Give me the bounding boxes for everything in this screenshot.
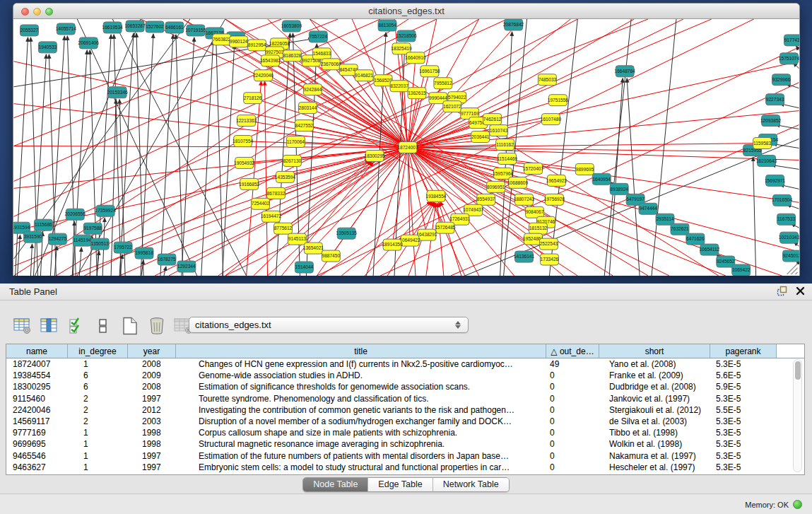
- table-row[interactable]: 1456911722003Disruption of a novel membe…: [6, 416, 804, 427]
- table-row[interactable]: 1830029562008Estimation of significance …: [6, 381, 804, 392]
- cell-year: 1997: [128, 394, 176, 404]
- table-row[interactable]: 2242004622012Investigating the contribut…: [6, 404, 804, 416]
- svg-text:8267130: 8267130: [283, 158, 302, 163]
- svg-text:9146821: 9146821: [355, 73, 373, 78]
- cell-in_degree: 2: [68, 405, 128, 415]
- close-panel-icon[interactable]: [796, 286, 805, 296]
- svg-text:16194472: 16194472: [261, 214, 282, 218]
- svg-text:5794022: 5794022: [448, 95, 466, 100]
- column-header-title[interactable]: title: [176, 344, 546, 358]
- cell-pagerank: 5.3E-5: [710, 428, 777, 438]
- svg-text:19166852: 19166852: [239, 182, 260, 187]
- svg-text:15751074: 15751074: [779, 56, 799, 61]
- network-graph[interactable]: 2055327194053314055714206914061661953410…: [13, 19, 799, 276]
- table-row[interactable]: 969969511998Structural magnetic resonanc…: [6, 438, 804, 450]
- new-table-button[interactable]: [120, 316, 140, 336]
- svg-text:9887450: 9887450: [322, 253, 340, 258]
- cell-in_degree: 1: [68, 439, 128, 449]
- svg-text:1795722: 1795722: [114, 245, 132, 250]
- svg-text:9927503: 9927503: [266, 49, 284, 54]
- svg-text:10654112: 10654112: [699, 247, 719, 252]
- table-row[interactable]: 1872400712008Changes of HCN gene express…: [6, 358, 804, 370]
- cell-out_degree: 49: [546, 359, 599, 369]
- svg-text:19384554: 19384554: [425, 194, 447, 199]
- svg-text:7955812: 7955812: [434, 81, 452, 86]
- delete-table-button[interactable]: [147, 316, 167, 336]
- window-resize-grip[interactable]: [787, 264, 798, 274]
- svg-text:9899695: 9899695: [576, 167, 594, 172]
- cell-title: Investigating the contribution of common…: [176, 405, 546, 415]
- svg-text:9777169: 9777169: [461, 111, 479, 116]
- tab-node-table[interactable]: Node Table: [303, 478, 368, 491]
- table-row[interactable]: 946362711997Embryonic stem cells: a mode…: [6, 462, 804, 473]
- select-checks-button[interactable]: [66, 316, 86, 336]
- svg-text:9245012: 9245012: [783, 253, 799, 258]
- svg-text:8427552: 8427552: [295, 123, 314, 128]
- cell-in_degree: 2: [68, 416, 128, 426]
- cell-name: 9699695: [6, 439, 68, 449]
- column-header-short[interactable]: short: [599, 344, 710, 358]
- network-canvas[interactable]: 2055327194053314055714206914061661953410…: [13, 19, 799, 276]
- memory-ok-indicator[interactable]: [793, 500, 802, 509]
- svg-text:16648784: 16648784: [615, 69, 636, 74]
- svg-text:18226058: 18226058: [269, 41, 290, 46]
- svg-text:9227343: 9227343: [766, 97, 784, 102]
- svg-text:11514469: 11514469: [497, 156, 517, 161]
- table-select[interactable]: citations_edges.txt: [189, 317, 469, 333]
- svg-text:9474444: 9474444: [639, 206, 657, 211]
- cell-out_degree: 0: [546, 439, 599, 449]
- svg-text:14055714: 14055714: [56, 26, 77, 31]
- cell-short: de Silva et al. (2003): [599, 416, 710, 426]
- svg-text:15218506: 15218506: [396, 33, 417, 38]
- svg-text:1294275: 1294275: [49, 236, 67, 241]
- svg-text:16438291: 16438291: [416, 232, 437, 237]
- column-header-out_degree[interactable]: △ out_de…: [546, 344, 599, 358]
- svg-text:3931590: 3931590: [24, 234, 42, 239]
- node-table[interactable]: namein_degreeyeartitle△ out_de…shortpage…: [6, 344, 805, 475]
- tab-edge-table[interactable]: Edge Table: [368, 478, 433, 491]
- table-row[interactable]: 946554611997Estimation of the future num…: [6, 450, 804, 462]
- svg-text:1931594: 1931594: [13, 225, 30, 230]
- svg-text:8775612: 8775612: [274, 226, 293, 230]
- table-row[interactable]: 977716911998Corpus callosum shape and si…: [6, 427, 804, 438]
- svg-text:7632621: 7632621: [671, 226, 689, 231]
- network-window-titlebar[interactable]: citations_edges.txt: [13, 4, 799, 19]
- cell-title: Tourette syndrome. Phenomenology and cla…: [176, 394, 546, 404]
- table-row[interactable]: 1938455462009Genome-wide association stu…: [6, 370, 804, 381]
- table-scrollbar-thumb[interactable]: [795, 361, 801, 380]
- column-header-in_degree[interactable]: in_degree: [68, 344, 128, 358]
- svg-text:18724007: 18724007: [397, 145, 418, 150]
- table-settings-button[interactable]: [13, 316, 33, 336]
- show-columns-button[interactable]: [40, 316, 59, 336]
- table-row[interactable]: 911546021997Tourette syndrome. Phenomeno…: [6, 393, 804, 404]
- svg-text:10688609: 10688609: [507, 180, 529, 185]
- cell-pagerank: 5.3E-5: [710, 451, 777, 461]
- tab-network-table[interactable]: Network Table: [433, 478, 509, 491]
- cell-year: 1997: [128, 451, 176, 461]
- table-panel-title: Table Panel: [9, 286, 57, 297]
- cell-pagerank: 5.3E-5: [710, 439, 777, 449]
- cell-out_degree: 0: [546, 382, 599, 392]
- network-view-background: citations_edges.txt 20553271940533140557…: [0, 0, 812, 284]
- cell-in_degree: 1: [68, 451, 128, 461]
- column-header-pagerank[interactable]: pagerank: [710, 344, 777, 358]
- svg-text:1527602: 1527602: [146, 24, 164, 29]
- cell-out_degree: 0: [546, 394, 599, 404]
- svg-text:7462612: 7462612: [483, 117, 502, 122]
- column-header-name[interactable]: name: [6, 344, 68, 358]
- svg-text:13654021: 13654021: [303, 245, 324, 250]
- svg-text:10653287: 10653287: [124, 23, 146, 28]
- svg-text:16107480: 16107480: [541, 117, 562, 122]
- svg-text:1116162: 1116162: [496, 142, 514, 147]
- float-panel-icon[interactable]: [777, 286, 787, 296]
- column-header-year[interactable]: year: [128, 344, 176, 358]
- cell-name: 9115460: [6, 394, 68, 404]
- svg-text:16619534: 16619534: [102, 25, 124, 30]
- svg-text:23676068: 23676068: [321, 62, 342, 66]
- svg-text:2055327: 2055327: [20, 28, 39, 33]
- cell-short: Franke et al. (2009): [599, 370, 710, 380]
- network-window[interactable]: citations_edges.txt 20553271940533140557…: [13, 3, 800, 276]
- table-scrollbar[interactable]: [793, 359, 802, 472]
- cell-name: 9777169: [6, 428, 68, 438]
- row-height-button[interactable]: [93, 316, 113, 336]
